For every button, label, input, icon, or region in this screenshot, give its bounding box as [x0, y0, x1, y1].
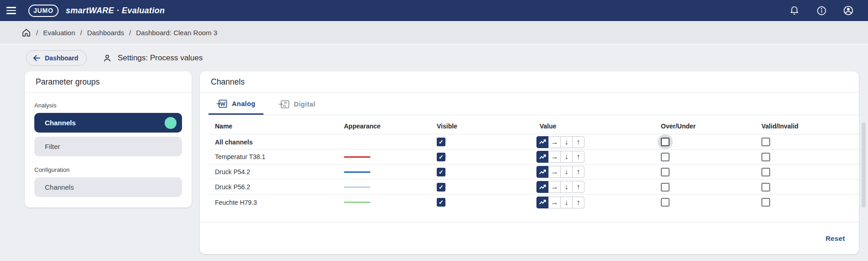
value-arrow-down-button[interactable]: ↓ — [560, 181, 573, 193]
checkbox[interactable] — [661, 168, 670, 176]
table-row: Temperatur T38.1✓→↓↑ — [209, 149, 859, 165]
parameter-groups-panel: Parameter groups Analysis Channels Filte… — [25, 71, 192, 208]
sidebar-item-channels-configuration[interactable]: Channels — [34, 177, 182, 197]
svg-text:01: 01 — [283, 104, 286, 107]
channel-type-tabs: Analog 10 01 Digital — [209, 93, 859, 115]
value-arrow-down-button[interactable]: ↓ — [560, 166, 573, 178]
channel-color-line — [344, 171, 370, 173]
value-arrow-up-button[interactable]: ↑ — [572, 151, 584, 163]
column-header-valid-invalid: Valid/Invalid — [755, 123, 859, 130]
channels-table: Name Appearance Visible Value Over/Under… — [209, 115, 859, 210]
sidebar-item-channels-analysis[interactable]: Channels — [34, 113, 182, 133]
column-header-name: Name — [209, 123, 338, 130]
analog-signal-icon — [216, 99, 227, 108]
parameter-groups-title: Parameter groups — [25, 71, 192, 93]
breadcrumb-separator: / — [129, 29, 131, 37]
checkbox[interactable] — [761, 138, 770, 146]
app-title: smartWARE · Evaluation — [66, 6, 165, 16]
group-label-configuration: Configuration — [34, 166, 182, 173]
channel-name: Druck P54.2 — [209, 168, 338, 176]
checkbox[interactable] — [661, 198, 670, 207]
checkbox[interactable]: ✓ — [437, 153, 445, 161]
value-arrow-up-button[interactable]: ↑ — [572, 136, 584, 148]
checkbox[interactable] — [761, 168, 770, 176]
breadcrumb-item-dashboards[interactable]: Dashboards — [87, 29, 124, 37]
value-arrow-down-button[interactable]: ↓ — [560, 136, 573, 148]
home-icon[interactable] — [21, 28, 31, 37]
value-arrow-right-button[interactable]: → — [548, 151, 561, 163]
checkbox[interactable] — [661, 153, 670, 161]
checkbox[interactable] — [661, 138, 670, 146]
value-trend-button[interactable] — [536, 136, 549, 148]
value-arrow-right-button[interactable]: → — [548, 197, 561, 208]
appearance-cell — [338, 202, 430, 203]
tab-analog[interactable]: Analog — [209, 94, 263, 115]
breadcrumb-separator: / — [80, 29, 82, 37]
value-trend-button[interactable] — [536, 197, 549, 208]
table-row: All channels✓→↓↑ — [209, 134, 859, 149]
sidebar-item-label: Channels — [45, 183, 74, 191]
column-header-appearance: Appearance — [338, 123, 430, 130]
value-arrow-down-button[interactable]: ↓ — [560, 151, 573, 163]
value-arrow-down-button[interactable]: ↓ — [560, 197, 573, 208]
checkbox[interactable]: ✓ — [437, 198, 445, 207]
checkbox[interactable] — [761, 153, 770, 161]
breadcrumb: / Evaluation / Dashboards / Dashboard: C… — [0, 21, 868, 45]
value-trend-button[interactable] — [536, 181, 549, 193]
arrow-left-icon — [33, 55, 40, 61]
channel-color-line — [344, 156, 370, 158]
checkbox[interactable]: ✓ — [437, 183, 445, 192]
sidebar-item-filter[interactable]: Filter — [34, 137, 182, 156]
vertical-scrollbar[interactable] — [862, 123, 866, 208]
value-display-toggle: →↓↑ — [536, 181, 584, 193]
breadcrumb-separator: / — [36, 29, 38, 37]
account-icon[interactable] — [842, 5, 854, 16]
value-arrow-up-button[interactable]: ↑ — [572, 181, 584, 193]
column-header-value: Value — [533, 123, 654, 130]
column-header-over-under: Over/Under — [654, 123, 755, 130]
settings-toolbar: Dashboard Settings: Process values — [0, 45, 868, 71]
table-row: Feuchte H79.3✓→↓↑ — [209, 195, 859, 210]
channel-color-line — [344, 202, 370, 203]
tab-digital[interactable]: 10 01 Digital — [271, 94, 323, 115]
digital-bits-icon: 10 01 — [279, 100, 289, 109]
value-arrow-right-button[interactable]: → — [548, 136, 561, 148]
channel-name: All channels — [209, 138, 338, 146]
card-footer: Reset — [200, 222, 859, 254]
tab-label: Digital — [294, 101, 316, 108]
channels-panel: Channels Analog 10 — [200, 71, 859, 254]
group-label-analysis: Analysis — [34, 102, 182, 109]
active-indicator-dot — [165, 117, 177, 129]
table-body: All channels✓→↓↑Temperatur T38.1✓→↓↑Druc… — [209, 134, 859, 210]
breadcrumb-item-evaluation[interactable]: Evaluation — [43, 29, 75, 37]
page-title: Settings: Process values — [118, 53, 203, 63]
checkbox[interactable]: ✓ — [437, 138, 445, 146]
value-arrow-right-button[interactable]: → — [548, 166, 561, 178]
sidebar-item-label: Channels — [45, 119, 76, 127]
app-header: JUMO smartWARE · Evaluation — [0, 0, 868, 21]
value-trend-button[interactable] — [536, 166, 549, 178]
value-trend-button[interactable] — [536, 151, 549, 163]
checkbox[interactable] — [661, 183, 670, 192]
value-display-toggle: →↓↑ — [536, 166, 584, 178]
checkbox[interactable] — [761, 198, 770, 207]
value-arrow-up-button[interactable]: ↑ — [572, 166, 584, 178]
checkbox[interactable] — [761, 183, 770, 192]
column-header-visible: Visible — [430, 123, 533, 130]
channel-color-line — [344, 186, 370, 188]
reset-button[interactable]: Reset — [825, 234, 845, 242]
notifications-bell-icon[interactable] — [788, 5, 800, 16]
jumo-logo-text: JUMO — [33, 7, 54, 14]
appearance-cell — [338, 156, 430, 158]
appearance-cell — [338, 186, 430, 188]
info-icon[interactable] — [815, 5, 827, 16]
channel-name: Druck P56.2 — [209, 183, 338, 191]
value-arrow-right-button[interactable]: → — [548, 181, 561, 193]
menu-icon[interactable] — [6, 4, 19, 17]
focus-ring — [658, 134, 673, 149]
checkbox[interactable]: ✓ — [437, 168, 445, 176]
value-arrow-up-button[interactable]: ↑ — [572, 197, 584, 208]
jumo-logo: JUMO — [28, 5, 59, 17]
back-to-dashboard-button[interactable]: Dashboard — [26, 50, 87, 66]
value-display-toggle: →↓↑ — [536, 136, 584, 148]
